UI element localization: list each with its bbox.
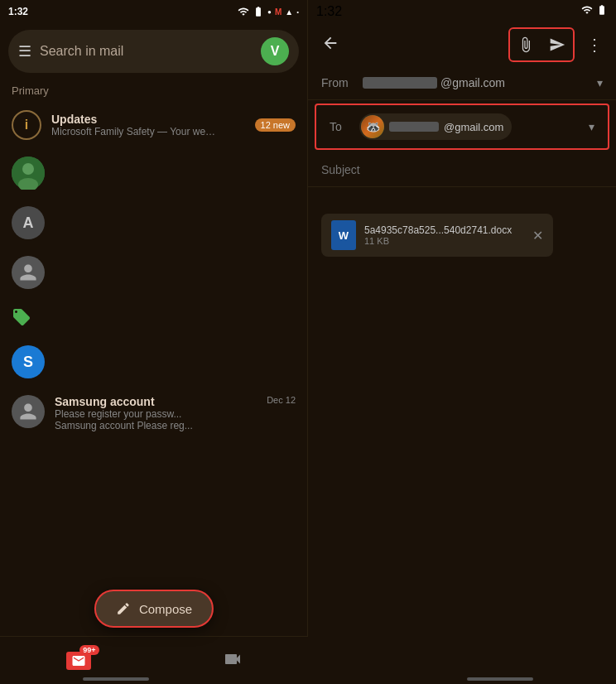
updates-preview: Microsoft Family Safety — Your wee... [51,126,217,137]
drive-icon-left: ▲ [285,7,293,17]
home-indicator-left [83,677,149,681]
notification-dot: ● [267,8,272,16]
more-menu-button[interactable]: ⋮ [581,30,608,60]
bottom-nav: 99+ [0,636,308,684]
video-icon [223,649,243,669]
to-dropdown-arrow[interactable]: ▾ [589,120,594,133]
right-toolbar: ⋮ [308,23,616,66]
samsung-avatar [12,395,45,428]
nav-mail[interactable]: 99+ [66,652,91,670]
battery-icon [253,6,264,17]
compose-button[interactable]: Compose [94,590,214,628]
left-status-bar: 1:32 ● M ▲ • [0,0,307,23]
dot-icon: • [296,8,299,16]
battery-icon-right [596,4,608,16]
to-row[interactable]: To 🦝 @gmail.com ▾ [315,104,609,150]
from-dropdown-arrow[interactable]: ▾ [597,76,603,89]
attachment-close-button[interactable]: ✕ [532,228,543,243]
from-row: From @gmail.com ▾ [308,66,616,100]
samsung-preview: Please register your passw... [55,408,257,420]
attachment-info: 5a4935c78a525...540d2741.docx 11 KB [364,224,524,246]
home-indicator-right [467,677,533,681]
svg-point-1 [22,163,34,175]
attachment-chip[interactable]: W 5a4935c78a525...540d2741.docx 11 KB ✕ [321,214,553,257]
user-avatar[interactable]: V [261,37,289,65]
mail-item-3[interactable] [0,248,307,297]
primary-label: Primary [0,79,307,102]
mail-avatar-a: A [12,206,45,239]
word-icon: W [331,220,356,250]
toolbar-icon-group [508,27,575,62]
left-status-icons: ● M ▲ • [238,6,299,17]
wifi-icon-right [581,4,593,16]
wifi-icon [238,6,249,17]
attachment-size: 11 KB [364,236,524,246]
updates-row[interactable]: i Updates Microsoft Family Safety — Your… [0,102,307,148]
samsung-meta: Samsung account Please register your pas… [55,395,257,431]
tag-row[interactable] [0,297,307,337]
subject-input[interactable] [321,163,603,176]
tag-icon [12,307,31,327]
mail-avatar-person [12,256,45,289]
samsung-date: Dec 12 [267,395,296,405]
attachment-area: W 5a4935c78a525...540d2741.docx 11 KB ✕ [308,204,616,267]
right-status-icons [581,4,608,19]
search-bar[interactable]: ☰ Search in mail V [8,30,299,73]
attach-button[interactable] [510,29,541,60]
avatar-s: S [12,345,45,378]
new-badge: 12 new [255,118,296,132]
from-email-domain: @gmail.com [440,76,589,89]
mail-item-1[interactable] [0,148,307,198]
updates-title: Updates [51,113,245,126]
attachment-name: 5a4935c78a525...540d2741.docx [364,224,524,236]
compose-pencil-icon [116,601,131,616]
right-status-bar: 1:32 [308,0,616,23]
nav-video[interactable] [223,649,243,672]
compose-label: Compose [139,602,192,616]
from-email-masked [363,77,437,89]
updates-text: Updates Microsoft Family Safety — Your w… [51,113,245,137]
recipient-chip[interactable]: 🦝 @gmail.com [359,113,512,140]
gmail-icon-left: M [275,7,282,17]
right-time: 1:32 [316,4,342,19]
mail-avatar-1 [12,157,45,190]
back-button[interactable] [316,29,344,61]
samsung-preview-2: Samsung account Please reg... [55,420,257,431]
recipient-email-masked [389,122,439,132]
mail-badge: 99+ [79,645,99,655]
recipient-avatar-inner: 🦝 [361,115,384,138]
recipient-avatar: 🦝 [361,115,384,138]
samsung-row[interactable]: Samsung account Please register your pas… [0,387,307,440]
from-label: From [321,76,354,89]
samsung-title: Samsung account [55,395,257,408]
left-time: 1:32 [8,6,28,17]
send-button[interactable] [541,29,573,60]
mail-item-2[interactable]: A [0,198,307,248]
to-label: To [330,120,351,133]
subject-row [308,153,616,187]
mail-item-s[interactable]: S [0,337,307,387]
compose-form: From @gmail.com ▾ To 🦝 @gmail.com ▾ [308,66,616,684]
menu-icon[interactable]: ☰ [18,42,31,60]
updates-info-icon: i [12,110,41,140]
search-placeholder: Search in mail [40,44,253,59]
recipient-email-domain: @gmail.com [444,121,503,133]
